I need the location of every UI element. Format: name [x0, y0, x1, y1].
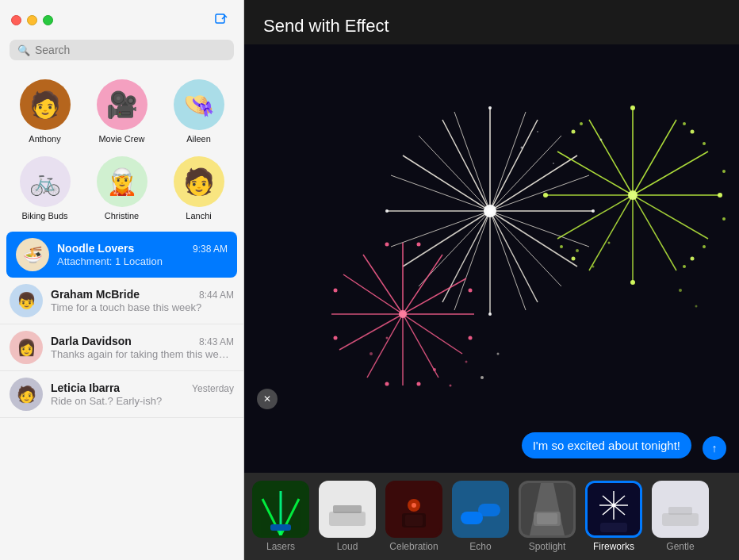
svg-point-51 — [334, 336, 338, 340]
effect-item-fireworks[interactable]: Fireworks — [582, 479, 645, 554]
svg-point-48 — [469, 336, 473, 340]
avatar-anthony: 🧑 — [20, 79, 71, 130]
effect-item-echo[interactable]: Echo — [449, 479, 512, 554]
effect-thumb-echo — [452, 481, 509, 538]
avatar-christine: 🧝 — [97, 156, 147, 207]
main-header: Send with Effect — [244, 0, 739, 44]
svg-point-78 — [722, 217, 726, 221]
svg-point-99 — [600, 139, 603, 141]
close-button[interactable] — [11, 15, 21, 25]
svg-point-30 — [488, 313, 492, 316]
effect-label-gentle: Gentle — [666, 541, 694, 552]
svg-point-88 — [497, 353, 500, 355]
svg-point-70 — [691, 257, 695, 261]
svg-rect-112 — [405, 515, 423, 526]
effect-item-lasers[interactable]: Lasers — [249, 479, 312, 554]
svg-point-46 — [417, 243, 421, 247]
minimize-button[interactable] — [27, 15, 37, 25]
main-content: Send with Effect — [244, 0, 739, 560]
search-input[interactable] — [35, 44, 226, 56]
send-button[interactable]: ↑ — [703, 436, 726, 460]
effect-label-fireworks: Fireworks — [593, 541, 634, 552]
sidebar: 🔍 🧑 Anthony 🎥 Movie Crew 👒 Aileen 🚲 Biki… — [0, 0, 244, 560]
conv-top-leticia: Leticia Ibarra Yesterday — [51, 382, 234, 394]
svg-point-81 — [560, 245, 563, 248]
svg-rect-106 — [329, 512, 366, 526]
svg-point-47 — [469, 289, 473, 293]
close-effect-button[interactable]: ✕ — [257, 389, 278, 409]
svg-rect-132 — [662, 513, 699, 526]
message-bubble: I'm so excited about tonight! — [522, 432, 691, 458]
svg-point-87 — [481, 376, 484, 379]
svg-point-80 — [683, 265, 686, 268]
conv-preview-noodle-lovers: Attachment: 1 Location — [57, 255, 228, 267]
svg-point-49 — [417, 382, 421, 386]
effect-thumb-fireworks — [585, 481, 642, 538]
conv-content-darla: Darla Davidson 8:43 AM Thanks again for … — [51, 335, 234, 360]
pinned-item-christine[interactable]: 🧝 Christine — [85, 152, 159, 225]
svg-point-79 — [703, 245, 706, 248]
svg-point-97 — [537, 131, 538, 132]
pinned-item-lanchi[interactable]: 🧑 Lanchi — [162, 152, 235, 225]
compose-button[interactable] — [210, 9, 232, 31]
effect-item-spotlight[interactable]: Spotlight — [515, 479, 579, 554]
effect-thumb-celebration — [385, 481, 442, 538]
conv-item-darla-davidson[interactable]: 👩 Darla Davidson 8:43 AM Thanks again fo… — [0, 324, 243, 371]
svg-point-76 — [683, 122, 686, 125]
conv-item-graham-mcbride[interactable]: 👦 Graham McBride 8:44 AM Time for a touc… — [0, 278, 243, 324]
avatar-aileen: 👒 — [174, 79, 224, 130]
svg-point-50 — [385, 382, 389, 386]
conv-item-noodle-lovers[interactable]: 🍜 Noodle Lovers 9:38 AM Attachment: 1 Lo… — [6, 232, 237, 278]
svg-point-110 — [412, 503, 416, 508]
svg-point-98 — [553, 163, 554, 164]
svg-rect-115 — [478, 504, 500, 516]
pinned-item-anthony[interactable]: 🧑 Anthony — [8, 75, 82, 148]
svg-point-74 — [572, 130, 576, 134]
conv-name-graham: Graham McBride — [51, 288, 140, 301]
conv-item-leticia-ibarra[interactable]: 🧑 Leticia Ibarra Yesterday Ride on Sat.?… — [0, 371, 243, 418]
pinned-name-lanchi: Lanchi — [186, 211, 211, 221]
maximize-button[interactable] — [43, 15, 53, 25]
effect-thumb-loud — [319, 481, 376, 538]
pinned-item-biking-buds[interactable]: 🚲 Biking Buds — [8, 152, 82, 225]
fireworks-svg — [244, 44, 739, 473]
svg-point-90 — [370, 352, 373, 355]
conv-preview-leticia: Ride on Sat.? Early-ish? — [51, 395, 234, 407]
svg-point-52 — [334, 289, 338, 293]
avatar-lanchi: 🧑 — [174, 156, 224, 207]
avatar-biking-buds: 🚲 — [20, 156, 71, 207]
effect-item-gentle[interactable]: Gentle — [649, 479, 712, 554]
svg-point-28 — [488, 106, 492, 109]
conv-preview-darla: Thanks again for taking them this weeken… — [51, 348, 234, 360]
avatar-leticia-ibarra: 🧑 — [10, 378, 43, 411]
effect-thumb-gentle — [652, 481, 709, 538]
svg-point-67 — [630, 105, 635, 110]
conversation-list: 🍜 Noodle Lovers 9:38 AM Attachment: 1 Lo… — [0, 232, 243, 560]
svg-point-69 — [718, 193, 722, 198]
pinned-name-aileen: Aileen — [186, 134, 211, 144]
svg-point-93 — [608, 242, 611, 244]
pinned-item-movie-crew[interactable]: 🎥 Movie Crew — [85, 75, 159, 148]
pinned-item-aileen[interactable]: 👒 Aileen — [162, 75, 235, 148]
conv-time-graham: 8:44 AM — [199, 290, 234, 301]
conv-time-leticia: Yesterday — [192, 383, 234, 394]
svg-point-53 — [385, 243, 389, 247]
effect-label-loud: Loud — [337, 541, 358, 552]
conv-content-noodle-lovers: Noodle Lovers 9:38 AM Attachment: 1 Loca… — [57, 242, 228, 267]
effect-item-loud[interactable]: Loud — [316, 479, 379, 554]
search-bar[interactable]: 🔍 — [10, 40, 234, 60]
pinned-name-movie-crew: Movie Crew — [98, 134, 144, 144]
svg-rect-104 — [270, 524, 291, 531]
svg-rect-133 — [668, 507, 692, 515]
pinned-contacts-grid: 🧑 Anthony 🎥 Movie Crew 👒 Aileen 🚲 Biking… — [0, 68, 243, 232]
svg-point-96 — [521, 147, 523, 149]
effect-item-celebration[interactable]: Celebration — [382, 479, 446, 554]
svg-point-75 — [703, 142, 706, 145]
conv-top-graham: Graham McBride 8:44 AM — [51, 288, 234, 301]
svg-point-91 — [576, 249, 579, 252]
conv-name-noodle-lovers: Noodle Lovers — [57, 242, 134, 255]
effect-label-lasers: Lasers — [266, 541, 295, 552]
svg-point-73 — [543, 193, 548, 198]
conv-time-darla: 8:43 AM — [199, 336, 234, 347]
svg-point-94 — [679, 289, 682, 292]
